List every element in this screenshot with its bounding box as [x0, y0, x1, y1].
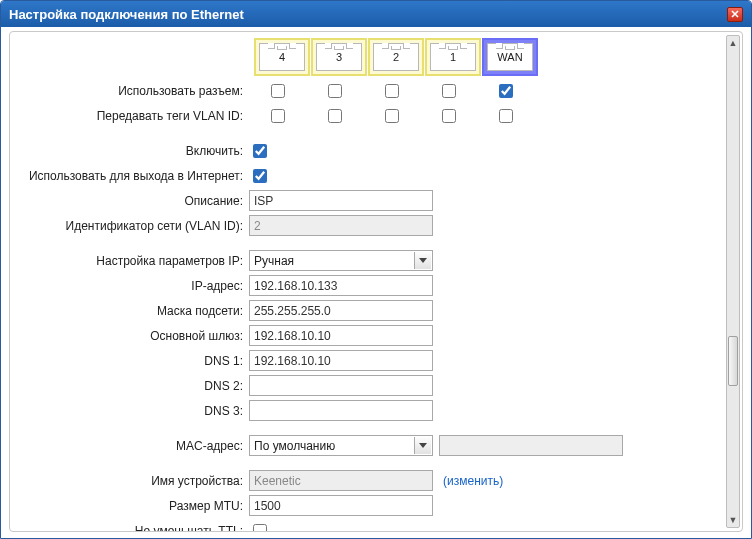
- close-icon: [731, 10, 739, 18]
- vlan-tag-port4[interactable]: [271, 109, 285, 123]
- titlebar: Настройка подключения по Ethernet: [1, 1, 751, 27]
- port-3[interactable]: 3: [311, 38, 367, 76]
- label-enable: Включить:: [14, 144, 249, 158]
- label-use-internet: Использовать для выхода в Интернет:: [14, 169, 249, 183]
- label-dns3: DNS 3:: [14, 404, 249, 418]
- scrollbar-thumb[interactable]: [728, 336, 738, 386]
- label-mtu: Размер MTU:: [14, 499, 249, 513]
- subnet-mask-input[interactable]: [249, 300, 433, 321]
- use-connector-port2[interactable]: [385, 84, 399, 98]
- vlan-id-input: [249, 215, 433, 236]
- change-device-name-link[interactable]: (изменить): [443, 474, 503, 488]
- vlan-tag-wan[interactable]: [499, 109, 513, 123]
- label-ip-config: Настройка параметров IP:: [14, 254, 249, 268]
- use-connector-wan[interactable]: [499, 84, 513, 98]
- label-dns1: DNS 1:: [14, 354, 249, 368]
- use-connector-port3[interactable]: [328, 84, 342, 98]
- gateway-input[interactable]: [249, 325, 433, 346]
- port-1[interactable]: 1: [425, 38, 481, 76]
- label-vlan-id: Идентификатор сети (VLAN ID):: [14, 219, 249, 233]
- window-title: Настройка подключения по Ethernet: [9, 7, 244, 22]
- label-dns2: DNS 2:: [14, 379, 249, 393]
- label-no-decrement-ttl: Не уменьшать TTL:: [14, 524, 249, 533]
- scroll-up-arrow-icon[interactable]: ▲: [727, 36, 739, 50]
- label-use-connector: Использовать разъем:: [14, 84, 249, 98]
- chevron-down-icon: [419, 443, 427, 448]
- mac-address-input: [439, 435, 623, 456]
- port-2[interactable]: 2: [368, 38, 424, 76]
- dns2-input[interactable]: [249, 375, 433, 396]
- chevron-down-icon: [419, 258, 427, 263]
- label-gateway: Основной шлюз:: [14, 329, 249, 343]
- vlan-tag-port1[interactable]: [442, 109, 456, 123]
- description-input[interactable]: [249, 190, 433, 211]
- mtu-input[interactable]: [249, 495, 433, 516]
- ip-config-select[interactable]: Ручная: [249, 250, 433, 271]
- port-4[interactable]: 4: [254, 38, 310, 76]
- label-description: Описание:: [14, 194, 249, 208]
- dialog-window: Настройка подключения по Ethernet 4 3 2 …: [0, 0, 752, 539]
- mac-select[interactable]: По умолчанию: [249, 435, 433, 456]
- dns1-input[interactable]: [249, 350, 433, 371]
- enable-checkbox[interactable]: [253, 144, 267, 158]
- form-content: 4 3 2 1 WAN Использовать разъем:: [14, 38, 738, 532]
- vertical-scrollbar[interactable]: ▲ ▼: [726, 35, 740, 528]
- label-device-name: Имя устройства:: [14, 474, 249, 488]
- port-wan[interactable]: WAN: [482, 38, 538, 76]
- ports-row: 4 3 2 1 WAN: [254, 38, 720, 76]
- vlan-tag-port2[interactable]: [385, 109, 399, 123]
- label-mac: MAC-адрес:: [14, 439, 249, 453]
- device-name-input: [249, 470, 433, 491]
- ip-address-input[interactable]: [249, 275, 433, 296]
- vlan-tag-port3[interactable]: [328, 109, 342, 123]
- use-connector-port4[interactable]: [271, 84, 285, 98]
- scroll-down-arrow-icon[interactable]: ▼: [727, 513, 739, 527]
- use-connector-port1[interactable]: [442, 84, 456, 98]
- use-internet-checkbox[interactable]: [253, 169, 267, 183]
- dns3-input[interactable]: [249, 400, 433, 421]
- label-ip-address: IP-адрес:: [14, 279, 249, 293]
- dialog-body: 4 3 2 1 WAN Использовать разъем:: [1, 27, 751, 538]
- no-decrement-ttl-checkbox[interactable]: [253, 524, 267, 533]
- label-subnet: Маска подсети:: [14, 304, 249, 318]
- label-vlan-tags: Передавать теги VLAN ID:: [14, 109, 249, 123]
- close-button[interactable]: [727, 7, 743, 22]
